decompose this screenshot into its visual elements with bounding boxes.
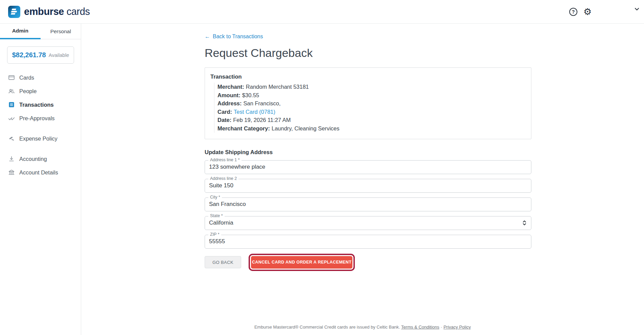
footer-separator: · bbox=[441, 324, 442, 330]
sidebar-item-pre-approvals[interactable]: Pre-Approvals bbox=[0, 111, 81, 125]
zip-field-wrap: ZIP * bbox=[205, 235, 531, 249]
address-line-1-field-wrap: Address line 1 * bbox=[205, 160, 531, 174]
address-line-2-field-wrap: Address line 2 bbox=[205, 179, 531, 193]
bank-icon bbox=[8, 169, 15, 176]
top-bar: emburse cards ? ⚙ bbox=[0, 0, 644, 24]
emburse-cards-logo[interactable]: emburse cards bbox=[8, 6, 90, 18]
sidebar-item-label: Account Details bbox=[19, 169, 58, 176]
people-icon bbox=[8, 88, 15, 95]
brand-wordmark: emburse cards bbox=[24, 6, 90, 17]
shipping-address-form: Address line 1 * Address line 2 City * S… bbox=[205, 160, 531, 249]
available-balance[interactable]: $82,261.78 Available bbox=[7, 46, 74, 64]
stepper-icon bbox=[522, 219, 527, 227]
sidebar-item-label: Cards bbox=[19, 75, 34, 81]
address-line-2-label: Address line 2 bbox=[208, 176, 238, 181]
tab-admin[interactable]: Admin bbox=[0, 24, 41, 39]
back-to-transactions-link[interactable]: ←Back to Transactions bbox=[205, 34, 263, 40]
transaction-merchant-row: Merchant:Random Merchant 53181 bbox=[217, 83, 524, 91]
transaction-card-row: Card:Test Card (0781) bbox=[217, 108, 524, 116]
transaction-amount-row: Amount:$30.55 bbox=[217, 91, 524, 100]
transaction-heading: Transaction bbox=[210, 74, 524, 80]
transaction-summary-card: Transaction Merchant:Random Merchant 531… bbox=[205, 67, 531, 139]
tab-personal[interactable]: Personal bbox=[41, 24, 81, 39]
terms-and-conditions-link[interactable]: Terms & Conditions bbox=[401, 324, 439, 330]
sidebar-item-transactions[interactable]: Transactions bbox=[0, 98, 81, 111]
main-area: ←Back to Transactions Request Chargeback… bbox=[81, 24, 644, 335]
go-back-button[interactable]: GO BACK bbox=[205, 256, 241, 268]
transactions-icon bbox=[8, 101, 15, 108]
sidebar-item-label: Accounting bbox=[19, 156, 47, 162]
address-line-1-input[interactable] bbox=[205, 160, 531, 174]
sidebar-item-expense-policy[interactable]: Expense Policy bbox=[0, 132, 81, 145]
transaction-details: Merchant:Random Merchant 53181 Amount:$3… bbox=[214, 83, 524, 133]
state-select[interactable]: California bbox=[205, 216, 531, 230]
sidebar-item-cards[interactable]: Cards bbox=[0, 71, 81, 84]
chevron-down-icon[interactable] bbox=[634, 6, 640, 14]
state-selected-value: California bbox=[209, 219, 233, 226]
sidebar-nav: Cards People Transactions Pre-Approvals bbox=[0, 71, 81, 179]
address-line-2-input[interactable] bbox=[205, 179, 531, 193]
nav-group-divider bbox=[0, 125, 81, 132]
city-label: City * bbox=[208, 195, 222, 200]
update-shipping-address-heading: Update Shipping Address bbox=[205, 149, 531, 155]
footer: Emburse Mastercard® Commercial Credit ca… bbox=[81, 324, 644, 330]
sidebar-item-label: Pre-Approvals bbox=[19, 115, 55, 122]
sidebar-tabs: Admin Personal bbox=[0, 24, 81, 39]
address-line-1-label: Address line 1 * bbox=[208, 158, 242, 162]
sidebar-item-label: Transactions bbox=[19, 102, 54, 108]
sidebar: Admin Personal $82,261.78 Available Card… bbox=[0, 24, 81, 335]
state-label: State * bbox=[208, 213, 225, 218]
card-icon bbox=[8, 74, 15, 81]
city-input[interactable] bbox=[205, 197, 531, 211]
zip-input[interactable] bbox=[205, 235, 531, 249]
nav-group-divider bbox=[0, 145, 81, 152]
gavel-icon bbox=[8, 135, 15, 142]
city-field-wrap: City * bbox=[205, 197, 531, 211]
footer-disclaimer: Emburse Mastercard® Commercial Credit ca… bbox=[254, 324, 400, 330]
double-check-icon bbox=[8, 115, 15, 122]
balance-amount: $82,261.78 bbox=[12, 51, 46, 59]
transaction-category-row: Merchant Category:Laundry, Cleaning Serv… bbox=[217, 124, 524, 133]
balance-label: Available bbox=[49, 52, 69, 58]
sidebar-item-people[interactable]: People bbox=[0, 84, 81, 98]
card-link[interactable]: Test Card (0781) bbox=[234, 109, 275, 115]
sidebar-item-label: Expense Policy bbox=[19, 135, 58, 142]
state-field-wrap: State * California bbox=[205, 216, 531, 230]
back-arrow-icon: ← bbox=[205, 34, 210, 40]
sidebar-item-accounting[interactable]: Accounting bbox=[0, 152, 81, 166]
zip-label: ZIP * bbox=[208, 232, 221, 237]
transaction-date-row: Date:Feb 19, 2026 11:27 AM bbox=[217, 116, 524, 124]
help-icon[interactable]: ? bbox=[569, 8, 577, 16]
sidebar-item-label: People bbox=[19, 88, 37, 95]
emburse-logo-icon bbox=[8, 6, 20, 18]
page-title: Request Chargeback bbox=[205, 46, 531, 60]
gear-icon[interactable]: ⚙ bbox=[583, 6, 592, 18]
cancel-card-and-order-replacement-button[interactable]: CANCEL CARD AND ORDER A REPLACEMENT bbox=[251, 256, 352, 269]
form-actions: GO BACK CANCEL CARD AND ORDER A REPLACEM… bbox=[205, 256, 531, 269]
sidebar-item-account-details[interactable]: Account Details bbox=[0, 166, 81, 179]
transaction-address-row: Address:San Francisco, bbox=[217, 99, 524, 108]
privacy-policy-link[interactable]: Privacy Policy bbox=[443, 324, 471, 330]
download-icon bbox=[8, 155, 15, 162]
